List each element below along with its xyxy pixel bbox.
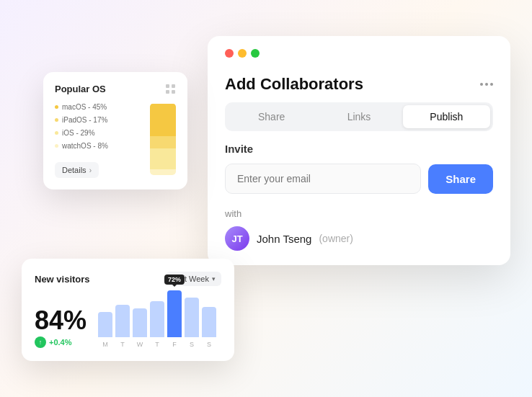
main-card: Add Collaborators Share Links Publish In… — [208, 36, 510, 265]
bar-day-label: M — [102, 341, 108, 348]
os-label-ipados: iPadOS - 17% — [62, 116, 107, 124]
os-stacked-bar — [150, 103, 176, 175]
up-arrow-icon: ↑ — [35, 336, 46, 348]
os-list: macOS - 45% iPadOS - 17% iOS - 29% watch… — [55, 103, 144, 178]
chevron-right-icon: › — [89, 166, 92, 174]
bar-day-label: T — [120, 341, 125, 348]
visitors-title: New visitors — [35, 274, 90, 285]
change-text: +0.4% — [49, 338, 72, 347]
os-label-ios: iOS - 29% — [62, 129, 95, 137]
bar-rect — [133, 308, 147, 337]
maximize-dot — [251, 49, 260, 58]
bar-chart-bars: MTWT72%FSS — [98, 298, 221, 348]
collaborator-role: (owner) — [319, 233, 353, 244]
visitors-header: New visitors Last Week ▾ — [35, 272, 221, 286]
bar-rect — [115, 305, 130, 337]
os-item-watchos: watchOS - 8% — [55, 142, 144, 150]
bar-rect: 72% — [167, 290, 182, 337]
change-row: ↑ +0.4% — [35, 336, 87, 348]
bar-col-w2: W — [133, 308, 147, 348]
tab-publish[interactable]: Publish — [403, 105, 490, 128]
bar-day-label: S — [207, 341, 211, 348]
visitors-content: 84% ↑ +0.4% MTWT72%FSS — [35, 298, 221, 348]
tooltip-badge: 72% — [164, 275, 185, 285]
tab-links[interactable]: Links — [315, 105, 402, 128]
bar-col-t1: T — [115, 305, 130, 348]
bar-rect — [202, 307, 216, 337]
bar-day-label: T — [155, 341, 159, 348]
bar-day-label: F — [172, 341, 177, 348]
invite-section: Invite Share — [208, 143, 510, 208]
more-options-icon[interactable] — [480, 83, 493, 86]
os-card-title: Popular OS — [55, 84, 106, 94]
bar-col-f4: 72%F — [167, 290, 182, 348]
big-percentage: 84% — [35, 308, 87, 334]
bar-rect — [150, 301, 164, 337]
page-title: Add Collaborators — [225, 75, 363, 94]
title-row: Add Collaborators — [208, 69, 510, 102]
collaborator-row: JT John Tseng (owner) — [225, 226, 493, 251]
tab-share[interactable]: Share — [228, 105, 315, 128]
bar-col-t3: T — [150, 301, 164, 348]
window-dots — [225, 49, 260, 58]
bar-rect — [98, 312, 112, 337]
bar-day-label: W — [137, 341, 143, 348]
percentage-area: 84% ↑ +0.4% — [35, 308, 87, 348]
bar-day-label: S — [190, 341, 194, 348]
os-label-macos: macOS - 45% — [62, 103, 107, 111]
grid-icon — [166, 84, 176, 94]
bar-col-m0: M — [98, 312, 112, 348]
minimize-dot — [238, 49, 247, 58]
shared-with-section: with JT John Tseng (owner) — [208, 208, 510, 265]
details-button[interactable]: Details › — [55, 162, 99, 178]
email-input[interactable] — [225, 164, 421, 194]
close-dot — [225, 49, 234, 58]
bar-col-s6: S — [202, 307, 216, 348]
visitors-card: New visitors Last Week ▾ 84% ↑ +0.4% MTW… — [22, 259, 234, 361]
os-label-watchos: watchOS - 8% — [62, 142, 108, 150]
os-item-ios: iOS - 29% — [55, 129, 144, 137]
chevron-down-icon: ▾ — [212, 275, 216, 282]
os-item-ipados: iPadOS - 17% — [55, 116, 144, 124]
share-button[interactable]: Share — [428, 164, 493, 194]
bar-chart: MTWT72%FSS — [98, 298, 221, 348]
bar-rect — [185, 298, 199, 337]
os-item-macos: macOS - 45% — [55, 103, 144, 111]
bar-col-s5: S — [185, 298, 199, 348]
window-controls — [208, 36, 510, 69]
os-card-header: Popular OS — [55, 84, 176, 94]
collaborator-name: John Tseng — [257, 233, 311, 245]
avatar: JT — [225, 226, 249, 251]
shared-with-label: with — [225, 208, 493, 219]
tab-bar: Share Links Publish — [225, 102, 493, 131]
os-content: macOS - 45% iPadOS - 17% iOS - 29% watch… — [55, 103, 176, 178]
os-card: Popular OS macOS - 45% iPadOS - 17% iOS … — [43, 72, 187, 189]
invite-row: Share — [225, 164, 493, 194]
invite-label: Invite — [225, 143, 493, 155]
